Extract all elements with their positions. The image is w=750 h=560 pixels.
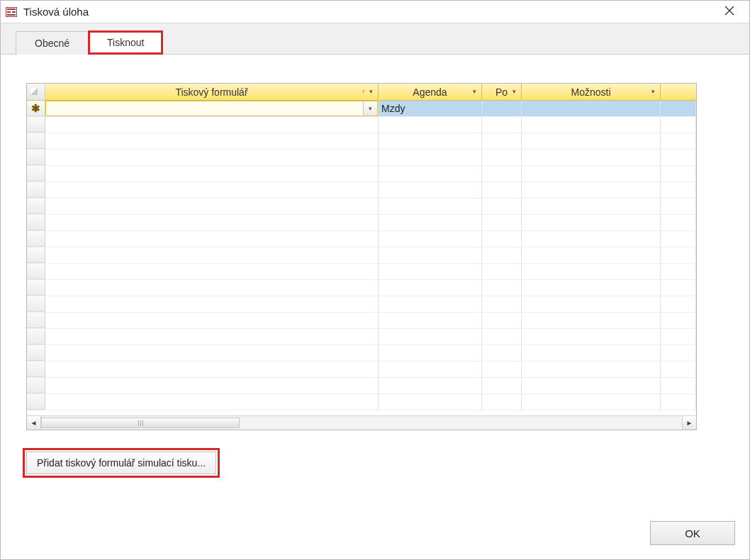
body: Obecné Tisknout Tiskový formulář ↑ ▾ Age… [1,23,749,559]
add-form-sim-button[interactable]: Přidat tiskový formulář simulací tisku..… [26,452,216,474]
triangle-right-icon: ► [686,419,693,427]
table-row-empty [27,182,696,198]
tab-tisknout[interactable]: Tisknout [88,30,163,55]
table-row-empty [27,215,696,231]
cell-po[interactable] [482,101,522,116]
cell-form[interactable]: ▾ [45,101,379,116]
column-label: Možnosti [571,86,610,98]
column-label: Tiskový formulář [175,86,247,98]
form-combobox[interactable]: ▾ [45,101,378,116]
titlebar: Tisková úloha [1,1,749,23]
table-row-empty [27,150,696,166]
combobox-dropdown-button[interactable]: ▾ [363,101,377,116]
scroll-left-button[interactable]: ◄ [27,416,41,430]
column-label: Po [496,86,508,98]
select-all-corner[interactable] [27,84,45,100]
new-row-icon[interactable]: ✱ [27,101,45,116]
data-grid[interactable]: Tiskový formulář ↑ ▾ Agenda ▾ Po ▾ Možno… [26,83,697,430]
table-row-empty [27,198,696,215]
filter-dropdown-icon[interactable]: ▾ [510,86,518,96]
tabpanel-tisknout: Tiskový formulář ↑ ▾ Agenda ▾ Po ▾ Možno… [1,55,749,517]
table-row-empty [27,313,696,329]
table-row-empty [27,166,696,182]
grid-body: ✱ ▾ Mzdy [27,101,696,415]
table-row-empty [27,362,696,378]
column-header-agenda[interactable]: Agenda ▾ [379,84,482,100]
filter-dropdown-icon[interactable]: ▾ [366,86,375,96]
table-row-empty [27,231,696,247]
table-row-empty [27,345,696,362]
table-row-empty [27,329,696,345]
column-header-spacer [661,84,696,100]
close-button[interactable] [714,1,745,23]
table-row-empty [27,280,696,296]
cell-value: Mzdy [381,103,405,114]
dialog-window: Tisková úloha Obecné Tisknout Tiskový fo… [0,0,750,560]
table-row-empty [27,117,696,133]
dialog-footer: OK [1,517,749,559]
column-header-form[interactable]: Tiskový formulář ↑ ▾ [45,84,379,100]
cell-spacer [661,101,696,116]
table-row-new[interactable]: ✱ ▾ Mzdy [27,101,696,117]
tabstrip: Obecné Tisknout [1,23,749,55]
tab-label: Obecné [35,38,69,49]
column-header-po[interactable]: Po ▾ [482,84,522,100]
cell-agenda[interactable]: Mzdy [379,101,482,116]
column-label: Agenda [413,86,447,98]
ok-button[interactable]: OK [650,521,735,545]
tab-obecne[interactable]: Obecné [16,31,89,55]
app-icon [5,6,18,18]
grid-header: Tiskový formulář ↑ ▾ Agenda ▾ Po ▾ Možno… [27,84,696,101]
filter-dropdown-icon[interactable]: ▾ [649,86,657,96]
table-row-empty [27,378,696,394]
button-label: Přidat tiskový formulář simulací tisku..… [37,457,206,469]
scroll-right-button[interactable]: ► [682,416,696,430]
table-row-empty [27,296,696,313]
sort-asc-icon: ↑ [362,88,366,95]
column-header-moznosti[interactable]: Možnosti ▾ [522,84,661,100]
table-row-empty [27,394,696,410]
table-row-empty [27,264,696,280]
chevron-down-icon: ▾ [369,105,372,112]
scroll-track[interactable] [41,416,682,430]
horizontal-scrollbar[interactable]: ◄ ► [27,415,696,430]
window-title: Tisková úloha [23,6,714,18]
close-icon [724,4,734,19]
filter-dropdown-icon[interactable]: ▾ [470,86,478,96]
triangle-left-icon: ◄ [30,419,38,427]
table-row-empty [27,133,696,150]
table-row-empty [27,247,696,264]
button-label: OK [685,527,700,539]
cell-moznosti[interactable] [522,101,661,116]
scroll-thumb[interactable] [41,418,240,428]
tab-label: Tisknout [107,37,144,48]
